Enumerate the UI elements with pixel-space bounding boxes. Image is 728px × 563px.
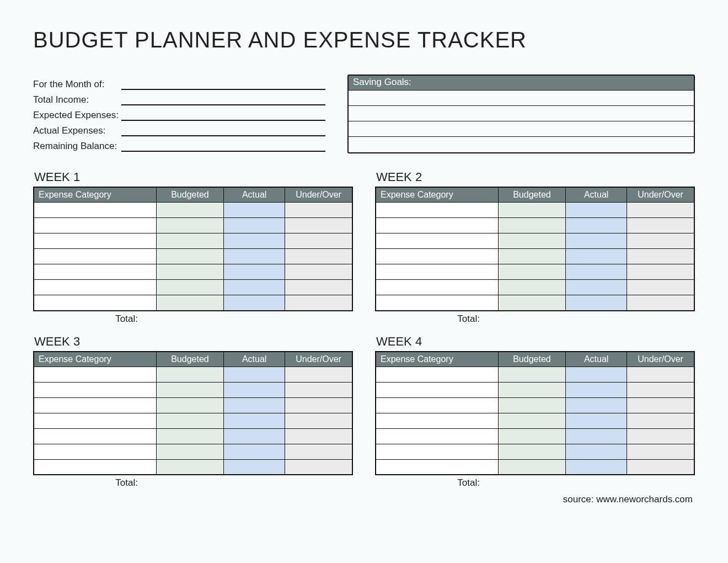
underover-input[interactable]: [285, 367, 352, 382]
category-input[interactable]: [376, 233, 498, 248]
actual-input[interactable]: [566, 383, 627, 397]
underover-input[interactable]: [627, 429, 694, 444]
budgeted-input[interactable]: [157, 383, 223, 397]
underover-input[interactable]: [627, 444, 694, 459]
category-input[interactable]: [376, 444, 498, 459]
actual-input[interactable]: [224, 280, 285, 295]
actual-input[interactable]: [566, 367, 627, 382]
underover-input[interactable]: [627, 398, 694, 413]
category-input[interactable]: [376, 383, 498, 397]
underover-input[interactable]: [627, 264, 694, 279]
actual-input[interactable]: [224, 203, 285, 217]
underover-input[interactable]: [627, 203, 694, 217]
saving-goal-input[interactable]: [349, 106, 694, 121]
budgeted-input[interactable]: [499, 264, 565, 279]
category-input[interactable]: [376, 367, 498, 382]
actual-input[interactable]: [566, 413, 627, 428]
budgeted-input[interactable]: [499, 398, 565, 413]
budgeted-input[interactable]: [499, 413, 565, 428]
actual-input[interactable]: [566, 429, 627, 444]
category-input[interactable]: [34, 444, 156, 459]
category-input[interactable]: [34, 249, 156, 264]
actual-input[interactable]: [224, 398, 285, 413]
actual-input[interactable]: [224, 233, 285, 248]
expected-input[interactable]: [121, 108, 325, 121]
underover-input[interactable]: [285, 264, 352, 279]
category-input[interactable]: [34, 295, 156, 310]
budgeted-input[interactable]: [499, 444, 565, 459]
actual-input[interactable]: [224, 249, 285, 264]
budgeted-input[interactable]: [157, 249, 223, 264]
category-input[interactable]: [34, 398, 156, 413]
actual-input[interactable]: [566, 280, 627, 295]
month-input[interactable]: [121, 77, 325, 90]
budgeted-input[interactable]: [499, 383, 565, 397]
underover-input[interactable]: [627, 218, 694, 233]
actual-input[interactable]: [566, 295, 627, 310]
actual-input[interactable]: [566, 233, 627, 248]
category-input[interactable]: [34, 280, 156, 295]
category-input[interactable]: [34, 218, 156, 233]
actual-input[interactable]: [224, 383, 285, 397]
saving-goal-input[interactable]: [349, 91, 694, 105]
actual-input[interactable]: [566, 444, 627, 459]
remaining-input[interactable]: [121, 139, 325, 152]
category-input[interactable]: [376, 398, 498, 413]
category-input[interactable]: [376, 264, 498, 279]
budgeted-input[interactable]: [499, 460, 565, 475]
category-input[interactable]: [34, 383, 156, 397]
category-input[interactable]: [34, 413, 156, 428]
actual-input[interactable]: [224, 444, 285, 459]
saving-goal-input[interactable]: [349, 137, 694, 152]
budgeted-input[interactable]: [499, 249, 565, 264]
budgeted-input[interactable]: [157, 218, 223, 233]
budgeted-input[interactable]: [157, 398, 223, 413]
budgeted-input[interactable]: [499, 429, 565, 444]
category-input[interactable]: [34, 429, 156, 444]
category-input[interactable]: [376, 429, 498, 444]
budgeted-input[interactable]: [157, 413, 223, 428]
underover-input[interactable]: [627, 367, 694, 382]
underover-input[interactable]: [285, 429, 352, 444]
budgeted-input[interactable]: [157, 460, 223, 475]
underover-input[interactable]: [285, 413, 352, 428]
underover-input[interactable]: [627, 233, 694, 248]
underover-input[interactable]: [285, 203, 352, 217]
underover-input[interactable]: [285, 280, 352, 295]
actual-input[interactable]: [224, 460, 285, 475]
underover-input[interactable]: [285, 249, 352, 264]
budgeted-input[interactable]: [157, 444, 223, 459]
underover-input[interactable]: [285, 444, 352, 459]
underover-input[interactable]: [285, 460, 352, 475]
actual-input[interactable]: [224, 295, 285, 310]
budgeted-input[interactable]: [499, 218, 565, 233]
category-input[interactable]: [34, 367, 156, 382]
actual-input[interactable]: [121, 123, 325, 136]
actual-input[interactable]: [566, 398, 627, 413]
underover-input[interactable]: [627, 295, 694, 310]
category-input[interactable]: [376, 203, 498, 217]
budgeted-input[interactable]: [157, 203, 223, 217]
budgeted-input[interactable]: [499, 233, 565, 248]
category-input[interactable]: [376, 249, 498, 264]
category-input[interactable]: [376, 460, 498, 475]
category-input[interactable]: [376, 218, 498, 233]
category-input[interactable]: [34, 264, 156, 279]
actual-input[interactable]: [224, 367, 285, 382]
underover-input[interactable]: [285, 233, 352, 248]
category-input[interactable]: [34, 460, 156, 475]
budgeted-input[interactable]: [157, 429, 223, 444]
budgeted-input[interactable]: [157, 264, 223, 279]
budgeted-input[interactable]: [157, 233, 223, 248]
actual-input[interactable]: [566, 264, 627, 279]
budgeted-input[interactable]: [499, 367, 565, 382]
category-input[interactable]: [376, 280, 498, 295]
category-input[interactable]: [34, 233, 156, 248]
actual-input[interactable]: [224, 413, 285, 428]
underover-input[interactable]: [627, 280, 694, 295]
actual-input[interactable]: [224, 264, 285, 279]
actual-input[interactable]: [566, 249, 627, 264]
budgeted-input[interactable]: [157, 295, 223, 310]
saving-goal-input[interactable]: [349, 121, 694, 136]
category-input[interactable]: [376, 295, 498, 310]
